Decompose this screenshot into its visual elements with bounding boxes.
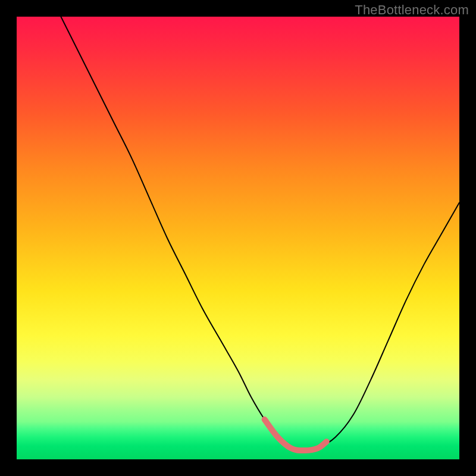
bottleneck-curve — [61, 17, 459, 450]
chart-stage: TheBottleneck.com — [0, 0, 476, 476]
curve-bottom-highlight — [265, 419, 327, 450]
plot-area — [17, 17, 459, 459]
attribution-text: TheBottleneck.com — [355, 2, 469, 18]
curve-layer — [17, 17, 459, 459]
